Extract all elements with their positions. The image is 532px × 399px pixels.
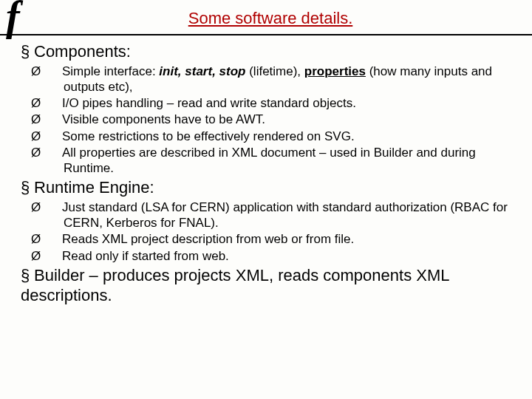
bullet-icon: § (21, 177, 34, 198)
list-item: ØAll properties are described in XML doc… (47, 145, 511, 177)
content: §Components: ØSimple interface: init, st… (0, 35, 532, 306)
arrow-icon: Ø (47, 95, 62, 111)
heading-text: Builder – produces projects XML, reads c… (21, 266, 449, 305)
text: Just standard (LSA for CERN) application… (62, 200, 508, 230)
text: Read only if started from web. (62, 249, 229, 263)
text-part: Simple interface: (62, 64, 159, 78)
bullet-icon: § (21, 265, 34, 286)
logo: f (6, 1, 38, 31)
list-item: ØRead only if started from web. (47, 248, 511, 264)
text-bold-underline: properties (304, 64, 366, 78)
heading-text: Runtime Engine: (34, 178, 154, 197)
text: I/O pipes handling – read and write stan… (62, 96, 356, 110)
list-item: ØSome restrictions to be effectively ren… (47, 129, 511, 144)
slide: f Some software details. §Components: ØS… (0, 0, 532, 306)
list-item: ØReads XML project description from web … (47, 231, 511, 247)
arrow-icon: Ø (47, 231, 62, 247)
arrow-icon: Ø (47, 64, 62, 79)
text: Visible components have to be AWT. (62, 112, 265, 126)
heading-text: Components: (34, 42, 131, 61)
section-heading: §Runtime Engine: (21, 177, 511, 198)
arrow-icon: Ø (47, 200, 62, 215)
section-heading: §Components: (21, 41, 511, 62)
bullet-icon: § (21, 41, 34, 62)
text: Some restrictions to be effectively rend… (62, 129, 355, 143)
slide-title: Some software details. (38, 1, 532, 28)
arrow-icon: Ø (47, 129, 62, 144)
text-part: (lifetime), (249, 64, 304, 78)
arrow-icon: Ø (47, 112, 62, 127)
arrow-icon: Ø (47, 145, 62, 160)
header: f Some software details. (0, 0, 532, 35)
text: All properties are described in XML docu… (62, 146, 476, 175)
text-bold-italic: init, start, stop (159, 64, 249, 78)
section-heading: §Builder – produces projects XML, reads … (21, 265, 511, 306)
list-item: ØJust standard (LSA for CERN) applicatio… (47, 200, 511, 231)
list-item: ØVisible components have to be AWT. (47, 112, 511, 127)
list-item: ØI/O pipes handling – read and write sta… (47, 95, 511, 111)
list-item: ØSimple interface: init, start, stop (li… (47, 64, 511, 95)
text: Reads XML project description from web o… (62, 232, 354, 246)
arrow-icon: Ø (47, 248, 62, 264)
